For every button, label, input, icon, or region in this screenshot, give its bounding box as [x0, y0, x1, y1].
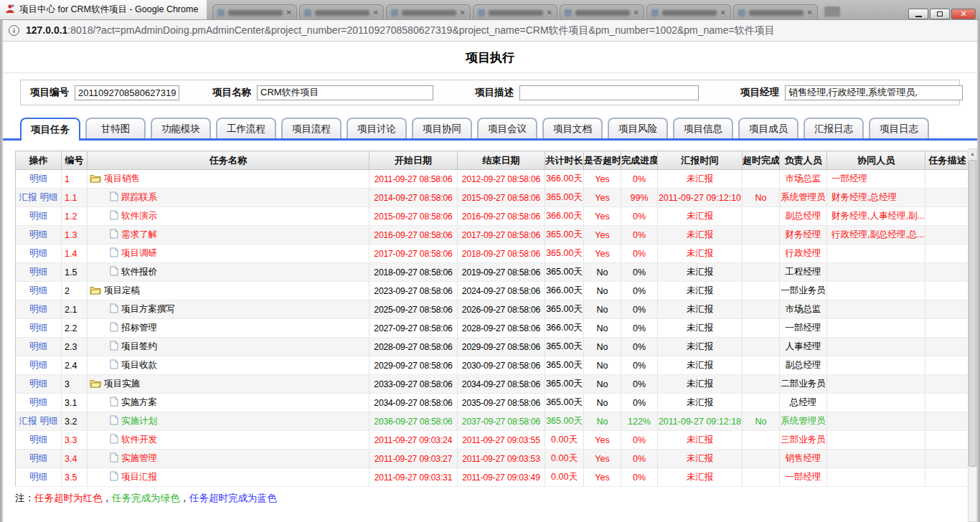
end-date-cell: 2026-09-27 08:58:06: [458, 300, 545, 319]
detail-link[interactable]: 明细: [29, 472, 47, 482]
background-browser-tab[interactable]: ✕: [473, 4, 557, 19]
detail-link[interactable]: 明细: [29, 323, 47, 333]
op-cell: 明细: [16, 245, 62, 263]
scroll-up-icon[interactable]: ▲: [969, 149, 976, 159]
background-browser-tab[interactable]: ✕: [646, 4, 731, 19]
tab-14[interactable]: 项目日志: [869, 118, 929, 138]
redacted-tab-title: [402, 10, 456, 16]
end-date-cell: 2034-09-27 08:58:06: [458, 375, 545, 394]
tab-close-icon[interactable]: ✕: [720, 9, 726, 16]
detail-link[interactable]: 明细: [40, 416, 58, 426]
project-manager-field[interactable]: [785, 85, 963, 100]
report-link[interactable]: 汇报: [19, 416, 37, 426]
detail-link[interactable]: 明细: [29, 248, 47, 258]
detail-link[interactable]: 明细: [29, 174, 47, 184]
tab-close-icon[interactable]: ✕: [373, 9, 379, 16]
background-browser-tab[interactable]: ✕: [212, 4, 297, 19]
collaborator-cell: [827, 375, 925, 394]
background-browser-tab[interactable]: ✕: [386, 4, 471, 19]
start-date-cell: 2011-09-27 09:03:24: [369, 431, 458, 450]
table-header-row: 操作编号任务名称开始日期结束日期共计时长是否超时完成进度汇报时间超时完成负责人员…: [16, 151, 970, 170]
tab-5[interactable]: 项目流程: [281, 118, 341, 138]
close-button[interactable]: ✕: [951, 9, 976, 19]
tab-close-icon[interactable]: ✕: [807, 9, 813, 16]
duration-cell: 365.00天: [545, 412, 584, 431]
tab-3[interactable]: 功能模块: [151, 118, 211, 138]
tab-9[interactable]: 项目文档: [542, 118, 603, 138]
progress-cell: 99%: [621, 189, 658, 207]
tab-7[interactable]: 项目协同: [412, 118, 472, 138]
tab-favicon-icon: [738, 9, 745, 16]
detail-link[interactable]: 明细: [29, 435, 47, 445]
detail-link[interactable]: 明细: [29, 285, 47, 295]
project-description-field[interactable]: [519, 85, 699, 100]
project-name-field[interactable]: [257, 85, 433, 100]
task-name-cell: 实施管理: [88, 450, 369, 468]
maximize-button[interactable]: [930, 9, 950, 19]
collaborator-cell: [827, 282, 925, 300]
minimize-button[interactable]: [908, 9, 928, 19]
tab-4[interactable]: 工作流程: [216, 118, 276, 138]
tab-close-icon[interactable]: ✕: [633, 9, 639, 16]
project-description-label: 项目描述: [475, 86, 514, 99]
maximize-icon: [937, 11, 943, 16]
project-number-field[interactable]: [75, 85, 179, 100]
tab-11[interactable]: 项目信息: [673, 118, 733, 138]
page-info-icon[interactable]: i: [9, 25, 19, 36]
detail-link[interactable]: 明细: [29, 341, 47, 351]
progress-cell: 0%: [621, 263, 658, 282]
overtime-done-cell: [743, 356, 780, 375]
detail-link[interactable]: 明细: [29, 397, 47, 407]
overtime-done-cell: [743, 375, 780, 394]
background-browser-tab[interactable]: ✕: [560, 4, 644, 19]
owner-cell: 一部业务员: [780, 282, 827, 300]
start-date-cell: 2028-09-27 08:58:06: [369, 338, 458, 356]
start-date-cell: 2034-09-27 08:58:06: [369, 394, 458, 412]
tab-6[interactable]: 项目讨论: [347, 118, 407, 138]
tab-close-icon[interactable]: ✕: [286, 9, 292, 16]
progress-cell: 0%: [621, 394, 658, 412]
op-cell: 明细: [16, 450, 62, 468]
tab-12[interactable]: 项目成员: [738, 118, 798, 138]
start-date-cell: 2011-09-27 09:03:27: [369, 450, 458, 468]
owner-cell: 总经理: [780, 394, 827, 412]
scrollbar-thumb[interactable]: [969, 160, 976, 467]
vertical-scrollbar[interactable]: ▲: [968, 148, 977, 522]
report-link[interactable]: 汇报: [19, 192, 37, 202]
background-browser-tab[interactable]: ✕: [733, 4, 818, 19]
id-cell: 2.1: [62, 300, 88, 319]
detail-link[interactable]: 明细: [29, 211, 47, 221]
tab-favicon-icon: [217, 9, 225, 16]
tab-10[interactable]: 项目风险: [608, 118, 668, 138]
task-name-cell: 项目汇报: [88, 468, 369, 487]
table-row: 明细3.5项目汇报2011-09-27 09:03:312011-09-27 0…: [16, 468, 970, 487]
background-tabstrip: ✕✕✕✕✕✕✕ ✕: [207, 0, 980, 19]
detail-link[interactable]: 明细: [29, 229, 47, 239]
url-bar[interactable]: i 127.0.0.1:8018/?act=pmAdminDoing.pmAdm…: [0, 20, 980, 42]
detail-link[interactable]: 明细: [29, 304, 47, 314]
duration-cell: 365.00天: [545, 263, 584, 282]
overtime-cell: Yes: [584, 170, 621, 189]
column-header-3: 任务名称: [88, 151, 369, 170]
tab-8[interactable]: 项目会议: [477, 118, 537, 138]
end-date-cell: 2037-09-27 08:58:06: [458, 412, 545, 431]
id-cell: 3.5: [62, 468, 88, 487]
id-cell: 2.2: [62, 319, 88, 338]
detail-link[interactable]: 明细: [29, 360, 47, 370]
tab-2[interactable]: 甘特图: [85, 118, 146, 138]
task-desc-cell: [925, 394, 970, 412]
detail-link[interactable]: 明细: [29, 453, 47, 463]
tab-13[interactable]: 汇报日志: [804, 118, 864, 138]
duration-cell: 366.00天: [545, 319, 584, 338]
progress-cell: 0%: [621, 338, 658, 356]
tab-close-icon[interactable]: ✕: [547, 9, 552, 16]
background-browser-tab[interactable]: ✕: [299, 4, 384, 19]
project-name-label: 项目名称: [212, 86, 251, 99]
start-date-cell: 2011-09-27 08:58:06: [369, 170, 458, 189]
file-icon: [110, 471, 118, 483]
detail-link[interactable]: 明细: [29, 379, 47, 389]
tab-close-icon[interactable]: ✕: [460, 9, 466, 16]
tab-1[interactable]: 项目任务: [20, 118, 80, 141]
detail-link[interactable]: 明细: [40, 192, 58, 202]
detail-link[interactable]: 明细: [29, 267, 47, 277]
